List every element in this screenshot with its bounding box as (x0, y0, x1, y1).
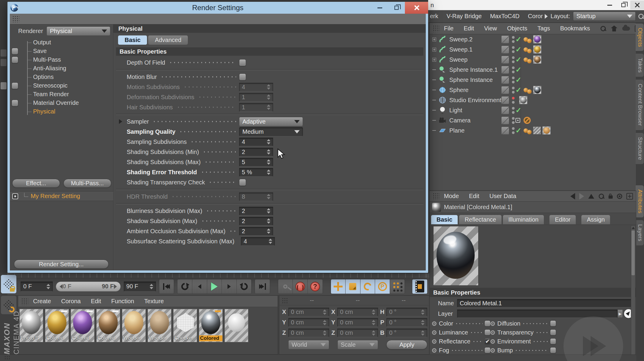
play-forwards-button[interactable] (237, 279, 251, 294)
editor-visibility-toggle[interactable] (501, 35, 509, 43)
tree-item-options[interactable]: Options (10, 73, 113, 81)
editor-visibility-toggle[interactable] (501, 116, 509, 125)
phong-tag-icon[interactable] (527, 89, 532, 94)
editor-visibility-toggle[interactable] (501, 66, 509, 74)
tree-item-save[interactable]: Save (10, 47, 113, 55)
menu-item-maxtoc4d[interactable]: MaxToC4D (490, 13, 520, 20)
protection-tag-icon[interactable] (524, 117, 531, 124)
visibility-dots[interactable] (512, 97, 515, 104)
dialog-titlebar[interactable]: Render Settings (7, 2, 428, 14)
shadow-subdivision-field[interactable]: 2 (239, 217, 273, 225)
active-camera-icon[interactable] (515, 118, 520, 123)
editor-visibility-toggle[interactable] (501, 106, 509, 114)
attr-menu-edit[interactable]: Edit (469, 193, 479, 200)
dialog-maximize-button[interactable] (388, 2, 405, 14)
tab-takes[interactable]: Takes (636, 53, 644, 77)
visibility-dots[interactable] (512, 46, 515, 53)
save-enable-checkbox[interactable] (12, 48, 18, 55)
expand-icon[interactable] (119, 119, 122, 124)
material-tag-purple[interactable] (533, 35, 541, 43)
sampler-dropdown[interactable]: Adaptive (239, 117, 303, 126)
scrollbar[interactable] (631, 225, 635, 360)
modeling-axis-lock-tool[interactable] (1, 275, 17, 294)
visibility-dots[interactable] (512, 117, 515, 124)
diffusion-checkbox[interactable] (550, 320, 556, 326)
multipass-enable-checkbox[interactable] (12, 57, 18, 63)
editor-visibility-toggle[interactable] (501, 127, 509, 135)
transparency-checkbox[interactable] (550, 329, 556, 335)
material-item[interactable]: Colored (71, 309, 95, 342)
panel-grip[interactable] (433, 25, 440, 32)
sampling-subdivisions-field[interactable]: 4 (239, 138, 273, 146)
key-position-button[interactable] (331, 279, 346, 294)
coordinate-space-dropdown[interactable]: World (288, 340, 329, 349)
home-icon[interactable] (611, 26, 617, 32)
material-item[interactable]: Photo S (19, 309, 43, 342)
key-scale-button[interactable] (346, 279, 360, 294)
om-menu-objects[interactable]: Objects (507, 25, 527, 32)
om-menu-edit[interactable]: Edit (464, 25, 474, 32)
visibility-dots[interactable] (512, 66, 515, 73)
search-icon[interactable] (638, 13, 644, 19)
panel-grip[interactable] (433, 193, 440, 200)
window-close-button[interactable] (630, 1, 644, 10)
history-back-icon[interactable] (570, 193, 575, 200)
range-right-arrow-icon[interactable] (114, 284, 117, 289)
material-item-selected[interactable]: Colored (199, 309, 223, 342)
editor-visibility-toggle[interactable] (501, 96, 509, 104)
ambient-occlusion-subdivision-field[interactable]: 2 (239, 227, 273, 236)
editor-visibility-toggle[interactable] (501, 76, 509, 84)
enable-check-icon[interactable] (515, 55, 521, 64)
tab-basic[interactable]: Basic (118, 35, 147, 45)
end-frame-field[interactable]: 90 F (124, 281, 156, 292)
effect-button[interactable]: Effect... (12, 179, 60, 188)
hair-subdivisions-field[interactable]: 1 (239, 103, 273, 112)
tab-structure[interactable]: Structure (636, 133, 644, 164)
play-backwards-button[interactable] (177, 279, 192, 294)
transform-mode-dropdown[interactable]: Scale (338, 340, 378, 349)
material-item[interactable]: Wooder (148, 309, 171, 342)
object-row[interactable]: Sphere (430, 85, 636, 95)
scale-z-field[interactable]: 0 cm (337, 329, 378, 337)
phong-tag-icon[interactable] (527, 59, 532, 63)
tab-illumination[interactable]: Illumination (503, 215, 544, 225)
motion-subdivisions-field[interactable]: 4 (239, 83, 273, 91)
material-item[interactable]: Wooder (122, 309, 146, 342)
depth-of-field-checkbox[interactable] (239, 59, 246, 66)
key-pla-button[interactable] (390, 279, 405, 294)
timeline-ruler[interactable] (7, 273, 429, 278)
object-row[interactable]: Sphere Instance (430, 75, 636, 85)
layer-browse-button[interactable]: ▶ (617, 309, 623, 318)
phong-tag-icon[interactable] (527, 130, 532, 134)
search-icon[interactable] (598, 193, 604, 199)
material-preview[interactable] (433, 226, 479, 286)
material-name-input[interactable] (457, 299, 633, 307)
history-forward-icon[interactable] (579, 193, 584, 200)
environment-checkbox[interactable] (550, 338, 556, 344)
autokey-key-button[interactable] (278, 279, 293, 294)
current-frame-field[interactable]: 0 F (21, 281, 53, 292)
arrow-up-icon[interactable] (588, 194, 594, 199)
goto-end-button[interactable] (255, 279, 270, 294)
menu-item-vray-bridge[interactable]: V-Ray Bridge (447, 13, 482, 20)
position-y-field[interactable]: 0 cm (288, 318, 329, 327)
renderer-dropdown[interactable]: Physical (47, 27, 110, 36)
scale-y-field[interactable]: 0 cm (337, 318, 378, 327)
compositing-tag-icon[interactable] (533, 127, 541, 134)
phong-tag-icon[interactable] (527, 39, 532, 43)
keyframe-selection-button[interactable]: ? (308, 279, 323, 294)
tab-objects[interactable]: Objects (636, 23, 644, 51)
dialog-minimize-button[interactable] (371, 2, 388, 14)
visibility-dots[interactable] (512, 87, 515, 94)
editor-visibility-toggle[interactable] (501, 86, 509, 94)
left-tool-sliver-icon[interactable] (1, 82, 7, 89)
multipass-button[interactable]: Multi-Pass... (64, 179, 111, 188)
material-tag-chrome[interactable] (533, 86, 541, 94)
target-icon[interactable] (617, 194, 622, 199)
window-restore-button[interactable] (617, 1, 630, 10)
visibility-dots[interactable] (512, 127, 515, 134)
subsurface-scattering-subdivision-field[interactable]: 4 (241, 237, 275, 246)
apply-button[interactable]: Apply (386, 340, 427, 349)
om-menu-file[interactable]: File (444, 25, 453, 32)
enable-check-icon[interactable] (515, 126, 521, 135)
